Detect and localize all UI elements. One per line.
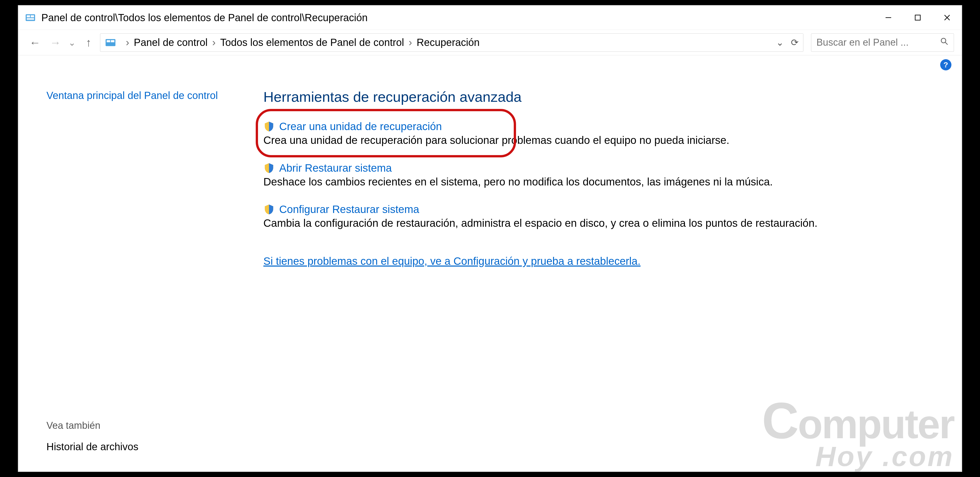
main-content: Herramientas de recuperación avanzada Cr…: [253, 56, 962, 471]
back-button[interactable]: ←: [26, 34, 44, 51]
configure-system-restore-link[interactable]: Configurar Restaurar sistema: [279, 203, 419, 216]
reset-pc-link[interactable]: Si tienes problemas con el equipo, ve a …: [263, 255, 641, 267]
control-panel-home-link[interactable]: Ventana principal del Panel de control: [46, 89, 238, 102]
svg-point-11: [941, 38, 946, 43]
svg-line-12: [945, 42, 948, 45]
svg-rect-5: [915, 15, 920, 20]
sidebar: Ventana principal del Panel de control V…: [18, 56, 253, 471]
titlebar: Panel de control\Todos los elementos de …: [18, 6, 962, 30]
page-heading: Herramientas de recuperación avanzada: [263, 89, 941, 105]
address-bar[interactable]: › Panel de control › Todos los elementos…: [100, 33, 803, 52]
svg-rect-9: [107, 40, 110, 42]
up-button[interactable]: ↑: [80, 34, 97, 51]
recent-locations-button[interactable]: ⌄: [67, 38, 77, 48]
breadcrumb-recovery[interactable]: Recuperación: [417, 37, 480, 48]
svg-rect-3: [27, 18, 34, 20]
file-history-link[interactable]: Historial de archivos: [46, 441, 138, 452]
addressbar-control-panel-icon: [105, 37, 116, 48]
window-title: Panel de control\Todos los elementos de …: [41, 12, 873, 24]
recovery-item: Crear una unidad de recuperación Crea un…: [263, 121, 941, 148]
chevron-right-icon: ›: [409, 37, 412, 48]
chevron-right-icon: ›: [212, 37, 215, 48]
control-panel-icon: [25, 12, 36, 23]
uac-shield-icon: [263, 204, 275, 215]
breadcrumb-all-items[interactable]: Todos los elementos de Panel de control: [220, 37, 404, 48]
address-dropdown-button[interactable]: ⌄: [776, 37, 784, 48]
open-system-restore-link[interactable]: Abrir Restaurar sistema: [279, 162, 392, 174]
configure-system-restore-desc: Cambia la configuración de restauración,…: [263, 216, 901, 231]
window-controls: [873, 6, 962, 30]
open-system-restore-desc: Deshace los cambios recientes en el sist…: [263, 175, 901, 189]
svg-rect-2: [30, 15, 34, 17]
control-panel-window: Panel de control\Todos los elementos de …: [18, 5, 962, 472]
minimize-button[interactable]: [873, 6, 903, 30]
search-box[interactable]: [811, 33, 954, 52]
maximize-button[interactable]: [903, 6, 932, 30]
create-recovery-drive-desc: Crea una unidad de recuperación para sol…: [263, 133, 901, 148]
svg-rect-10: [111, 40, 115, 42]
create-recovery-drive-link[interactable]: Crear una unidad de recuperación: [279, 121, 442, 133]
nav-toolbar: ← → ⌄ ↑ › Panel de control › Todos los e…: [18, 30, 962, 56]
breadcrumb-root[interactable]: Panel de control: [134, 37, 207, 48]
chevron-right-icon: ›: [126, 37, 129, 48]
search-input[interactable]: [816, 37, 940, 48]
forward-button[interactable]: →: [46, 34, 64, 51]
recovery-item: Abrir Restaurar sistema Deshace los camb…: [263, 162, 941, 189]
uac-shield-icon: [263, 121, 275, 132]
svg-rect-1: [27, 15, 30, 17]
see-also-heading: Vea también: [46, 420, 238, 431]
refresh-button[interactable]: ⟳: [791, 37, 799, 48]
search-icon: [940, 37, 948, 48]
close-button[interactable]: [932, 6, 962, 30]
recovery-item: Configurar Restaurar sistema Cambia la c…: [263, 203, 941, 231]
uac-shield-icon: [263, 162, 275, 174]
